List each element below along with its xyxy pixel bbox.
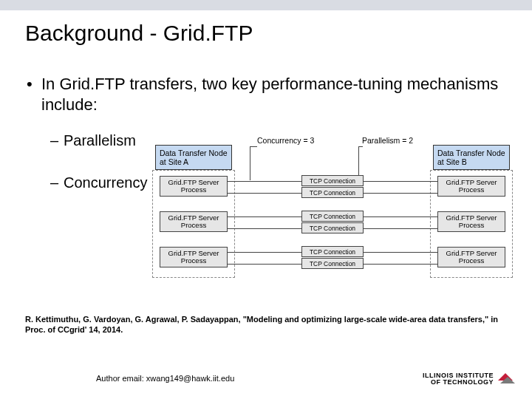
annot-line [358,146,359,176]
node-site-a: Data Transfer Node at Site A [155,145,232,170]
conn-line [364,264,437,265]
slide-title: Background - Grid.FTP [25,21,253,46]
tcp-1a: TCP Connection [301,175,364,186]
proc-b2: Grid.FTP Server Process [437,211,505,232]
annot-line [358,146,363,147]
annot-concurrency: Concurrency = 3 [257,136,314,145]
citation: R. Kettimuthu, G. Vardoyan, G. Agrawal, … [25,315,510,335]
conn-line [364,181,437,182]
proc-a1: Grid.FTP Server Process [160,176,228,197]
conn-line [364,228,437,229]
node-site-b: Data Transfer Node at Site B [433,145,510,170]
conn-line [228,216,301,217]
tcp-2b: TCP Connection [301,222,364,233]
conn-line [228,193,301,194]
conn-line [364,252,437,253]
annot-parallelism: Parallelism = 2 [362,136,413,145]
proc-a3: Grid.FTP Server Process [160,247,228,267]
annot-line [250,146,257,147]
tcp-3b: TCP Connection [301,258,364,269]
proc-b3: Grid.FTP Server Process [437,247,505,267]
proc-a2: Grid.FTP Server Process [160,211,228,232]
footer-email: Author email: xwang149@hawk.iit.edu [96,374,234,383]
logo-text: ILLINOIS INSTITUTE OF TECHNOLOGY [423,372,494,386]
conn-line [228,252,301,253]
conn-line [228,228,301,229]
logo-line2: OF TECHNOLOGY [423,379,494,386]
tcp-1b: TCP Connection [301,187,364,198]
tcp-3a: TCP Connection [301,246,364,257]
gridftp-diagram: Concurrency = 3 Parallelism = 2 Data Tra… [155,140,510,281]
iit-logo: ILLINOIS INSTITUTE OF TECHNOLOGY [423,372,514,386]
tcp-2a: TCP Connection [301,211,364,222]
annot-line [250,146,250,180]
conn-line [228,264,301,265]
slide: Background - Grid.FTP In Grid.FTP transf… [0,0,532,399]
conn-line [364,216,437,217]
proc-b1: Grid.FTP Server Process [437,176,505,197]
bullet-main: In Grid.FTP transfers, two key performan… [25,74,510,115]
top-accent-bar [0,0,532,10]
logo-mark-icon [498,373,514,385]
conn-line [228,181,301,182]
conn-line [364,193,437,194]
